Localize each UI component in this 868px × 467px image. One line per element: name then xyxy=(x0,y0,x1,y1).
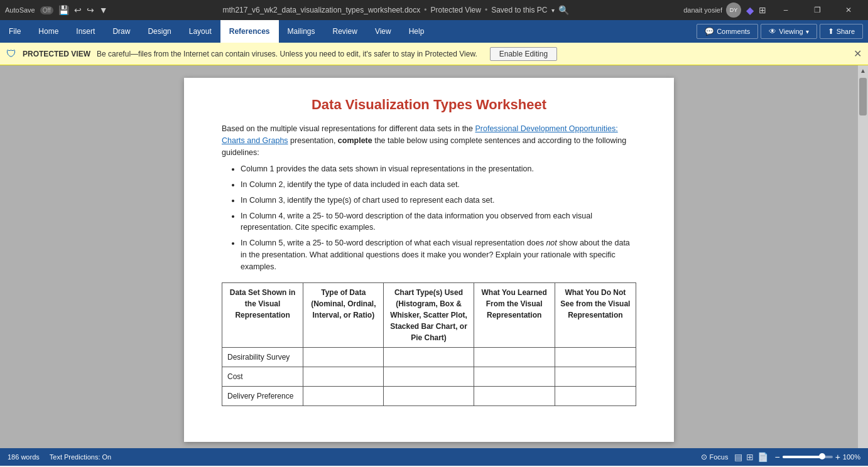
ribbon-right: 💬 Comments 👁 Viewing ▾ ⬆ Share xyxy=(697,20,868,43)
view-mode: Protected View xyxy=(430,6,481,14)
row3-col5[interactable] xyxy=(555,387,636,406)
viewing-icon: 👁 xyxy=(769,27,776,36)
document-title: Data Visualization Types Worksheet xyxy=(222,97,636,113)
diamond-icon[interactable]: ◆ xyxy=(746,4,754,16)
restore-button[interactable]: ❐ xyxy=(803,0,832,20)
list-item: Column 1 provides the data sets shown in… xyxy=(241,163,636,175)
tab-references[interactable]: References xyxy=(220,20,279,43)
intro-text: Based on the multiple visual representat… xyxy=(222,124,475,133)
title-bar-center: mth217_v6_wk2_data_visualization_types_w… xyxy=(113,5,679,15)
intro-paragraph: Based on the multiple visual representat… xyxy=(222,123,636,158)
status-right: ⊙ Focus ▤ ⊞ 📄 − + 100% xyxy=(701,452,860,462)
tab-home[interactable]: Home xyxy=(30,20,67,43)
row3-col4[interactable] xyxy=(474,387,555,406)
print-view-icon[interactable]: ▤ xyxy=(734,452,742,462)
zoom-thumb[interactable] xyxy=(819,453,825,459)
read-view-icon[interactable]: 📄 xyxy=(757,452,768,462)
tab-file[interactable]: File xyxy=(0,20,30,43)
viewing-chevron: ▾ xyxy=(806,28,809,35)
row3-col2[interactable] xyxy=(303,387,384,406)
tab-design[interactable]: Design xyxy=(139,20,180,43)
scrollbar-right[interactable]: ▲ xyxy=(858,65,868,448)
document-body: Based on the multiple visual representat… xyxy=(222,123,636,406)
text-predictions[interactable]: Text Predictions: On xyxy=(50,453,111,461)
close-button[interactable]: ✕ xyxy=(834,0,863,20)
row2-col4[interactable] xyxy=(474,367,555,387)
col-header-1: Data Set Shown in the Visual Representat… xyxy=(222,283,303,348)
row1-col2[interactable] xyxy=(303,348,384,367)
zoom-level: 100% xyxy=(843,453,860,461)
title-bar: AutoSave Off 💾 ↩ ↪ ▼ mth217_v6_wk2_data_… xyxy=(0,0,868,20)
tab-draw[interactable]: Draw xyxy=(104,20,139,43)
table-row: Delivery Preference xyxy=(222,387,636,406)
autosave-toggle[interactable]: Off xyxy=(40,6,53,14)
window-controls: – ❐ ✕ xyxy=(771,0,863,20)
focus-button[interactable]: ⊙ Focus xyxy=(701,453,728,461)
title-separator: • xyxy=(424,6,426,14)
guidelines-list: Column 1 provides the data sets shown in… xyxy=(241,163,636,272)
tab-mailings[interactable]: Mailings xyxy=(279,20,324,43)
share-icon: ⬆ xyxy=(828,27,834,36)
search-icon[interactable]: 🔍 xyxy=(558,5,569,15)
row3-col1[interactable]: Delivery Preference xyxy=(222,387,303,406)
list-item: In Column 4, write a 25- to 50-word desc… xyxy=(241,210,636,234)
document-area: Data Visualization Types Worksheet Based… xyxy=(0,65,868,448)
grid-icon[interactable]: ⊞ xyxy=(759,5,766,15)
undo-icon[interactable]: ↩ xyxy=(74,5,82,15)
complete-bold: complete xyxy=(338,136,372,145)
tab-help[interactable]: Help xyxy=(400,20,433,43)
ribbon: File Home Insert Draw Design Layout Refe… xyxy=(0,20,868,43)
zoom-track[interactable] xyxy=(783,456,833,458)
document-page: Data Visualization Types Worksheet Based… xyxy=(184,78,674,442)
tab-review[interactable]: Review xyxy=(324,20,366,43)
col-header-4: What You Learned From the Visual Represe… xyxy=(474,283,555,348)
comments-icon: 💬 xyxy=(705,27,714,36)
viewing-button[interactable]: 👁 Viewing ▾ xyxy=(761,24,816,39)
web-view-icon[interactable]: ⊞ xyxy=(746,452,754,462)
tab-insert[interactable]: Insert xyxy=(67,20,104,43)
comments-button[interactable]: 💬 Comments xyxy=(697,24,758,39)
word-count: 186 words xyxy=(8,453,40,461)
table-header-row: Data Set Shown in the Visual Representat… xyxy=(222,283,636,348)
col-header-3: Chart Type(s) Used (Histogram, Box & Whi… xyxy=(384,283,474,348)
saved-chevron[interactable]: ▾ xyxy=(551,7,555,14)
list-item: In Column 3, identify the type(s) of cha… xyxy=(241,195,636,207)
list-item: In Column 2, identify the type of data i… xyxy=(241,179,636,191)
zoom-fill xyxy=(783,456,820,458)
title-bar-right: danait yosief DY ◆ ⊞ – ❐ ✕ xyxy=(683,0,863,20)
scroll-up-arrow[interactable]: ▲ xyxy=(858,65,868,75)
row1-col1[interactable]: Desirability Survey xyxy=(222,348,303,367)
row2-col5[interactable] xyxy=(555,367,636,387)
zoom-in-button[interactable]: + xyxy=(835,452,840,462)
table-row: Cost xyxy=(222,367,636,387)
redo-icon[interactable]: ↪ xyxy=(87,5,94,15)
enable-editing-button[interactable]: Enable Editing xyxy=(490,47,557,61)
share-button[interactable]: ⬆ Share xyxy=(820,24,863,39)
quick-access-icon[interactable]: ▼ xyxy=(99,5,108,15)
document-scroll[interactable]: Data Visualization Types Worksheet Based… xyxy=(0,65,858,448)
status-bar: 186 words Text Predictions: On ⊙ Focus ▤… xyxy=(0,448,868,466)
row1-col5[interactable] xyxy=(555,348,636,367)
document-filename: mth217_v6_wk2_data_visualization_types_w… xyxy=(222,6,420,14)
save-icon[interactable]: 💾 xyxy=(58,5,69,15)
scroll-thumb[interactable] xyxy=(859,78,867,115)
view-icons: ▤ ⊞ 📄 xyxy=(734,452,768,462)
row3-col3[interactable] xyxy=(384,387,474,406)
tab-view[interactable]: View xyxy=(366,20,400,43)
protected-view-bar: 🛡 PROTECTED VIEW Be careful—files from t… xyxy=(0,43,868,65)
focus-icon: ⊙ xyxy=(701,453,707,461)
protected-label: PROTECTED VIEW xyxy=(23,50,90,58)
zoom-out-button[interactable]: − xyxy=(774,452,779,462)
zoom-slider[interactable]: − + 100% xyxy=(774,452,860,462)
tab-layout[interactable]: Layout xyxy=(180,20,220,43)
row2-col3[interactable] xyxy=(384,367,474,387)
close-protected-bar-button[interactable]: ✕ xyxy=(854,48,862,60)
row1-col4[interactable] xyxy=(474,348,555,367)
title-bar-left: AutoSave Off 💾 ↩ ↪ ▼ xyxy=(5,5,108,15)
protected-message: Be careful—files from the Internet can c… xyxy=(97,50,477,58)
row2-col2[interactable] xyxy=(303,367,384,387)
row2-col1[interactable]: Cost xyxy=(222,367,303,387)
row1-col3[interactable] xyxy=(384,348,474,367)
minimize-button[interactable]: – xyxy=(771,0,800,20)
data-table: Data Set Shown in the Visual Representat… xyxy=(222,282,636,406)
